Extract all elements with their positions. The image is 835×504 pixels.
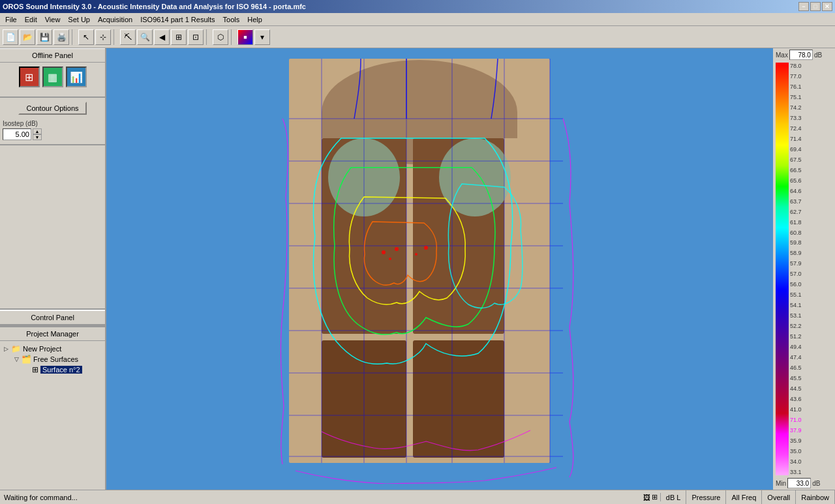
scale-tick-labels: 78.0 77.0 76.1 75.1 74.2 73.3 72.4 71.4 …: [789, 63, 832, 475]
svg-rect-0: [106, 53, 759, 484]
tree-free-surfaces-row: ▽ 🗂️ Free Surfaces ⊞ Surface n°2: [3, 354, 102, 375]
close-button[interactable]: ✕: [822, 2, 832, 11]
icon-display[interactable]: ▦: [42, 67, 63, 87]
menu-edit[interactable]: Edit: [21, 14, 41, 25]
minimize-button[interactable]: −: [798, 2, 809, 11]
tick-780: 78.0: [790, 63, 831, 69]
tick-350: 35.0: [790, 448, 831, 454]
back-button[interactable]: ◀: [154, 29, 170, 45]
isostep-label: Isostep (dB): [3, 119, 102, 128]
tree-surface[interactable]: ⊞ Surface n°2: [23, 364, 102, 375]
tick-637: 63.7: [790, 198, 831, 205]
icon-chart[interactable]: 📊: [66, 67, 87, 87]
select-button[interactable]: ⊹: [95, 29, 111, 45]
isostep-down[interactable]: ▼: [33, 134, 42, 140]
menu-help[interactable]: Help: [243, 14, 266, 25]
expand-new-project: ▷: [3, 346, 9, 352]
project-manager-section: Project Manager ▷ 📁 New Project ▽ 🗂️ Fre…: [0, 326, 105, 490]
tick-560: 56.0: [790, 281, 831, 288]
fit-button[interactable]: ⊡: [188, 29, 204, 45]
tree-free-surfaces[interactable]: ▽ 🗂️ Free Surfaces: [13, 354, 102, 364]
icon-grid[interactable]: ⊞: [19, 67, 40, 87]
status-icons: 🖼 ⊞: [641, 493, 661, 501]
status-mode1: dB L: [661, 490, 687, 504]
tick-656: 65.6: [790, 177, 831, 184]
cursor-button[interactable]: ↖: [78, 29, 94, 45]
isostep-spinner-buttons: ▲ ▼: [33, 128, 42, 140]
color-dropdown[interactable]: ▾: [254, 29, 270, 45]
status-mode3: All Freq: [726, 490, 762, 504]
toolbar: 📄 📂 💾 🖨️ ↖ ⊹ ⛏ 🔍 ◀ ⊞ ⊡ ⬡ ■ ▾: [0, 26, 835, 48]
contour-options-button[interactable]: Contour Options: [18, 102, 86, 115]
menu-file[interactable]: File: [1, 14, 21, 25]
isostep-input[interactable]: [3, 128, 31, 140]
tick-714: 71.4: [790, 136, 831, 142]
offline-panel-header: Offline Panel: [0, 48, 105, 63]
tick-694: 69.4: [790, 146, 831, 153]
svg-rect-1: [289, 59, 550, 463]
tick-646: 64.6: [790, 188, 831, 194]
print-button[interactable]: 🖨️: [53, 29, 69, 45]
tick-742: 74.2: [790, 104, 831, 111]
menu-setup[interactable]: Set Up: [64, 14, 94, 25]
svg-point-29: [424, 246, 428, 250]
max-unit: dB: [814, 52, 822, 59]
surface-label: Surface n°2: [40, 366, 82, 374]
tick-455: 45.5: [790, 375, 831, 381]
tick-724: 72.4: [790, 125, 831, 132]
menu-tools[interactable]: Tools: [219, 14, 244, 25]
grid-button[interactable]: ⊞: [171, 29, 187, 45]
svg-rect-3: [322, 112, 517, 138]
title-text: OROS Sound Intensity 3.0 - Acoustic Inte…: [3, 3, 306, 10]
tick-598: 59.8: [790, 239, 831, 246]
menu-bar: File Edit View Set Up Acquisition ISO961…: [0, 13, 835, 26]
tick-589: 58.9: [790, 250, 831, 256]
tick-379: 37.9: [790, 427, 831, 434]
tree-new-project[interactable]: ▷ 📁 New Project: [3, 344, 102, 354]
contour-section: Contour Options Isostep (dB) ▲ ▼: [0, 98, 105, 145]
tick-541: 54.1: [790, 302, 831, 308]
tick-751: 75.1: [790, 94, 831, 100]
new-project-icon: 📁: [11, 344, 21, 353]
tick-770: 77.0: [790, 73, 831, 80]
toolbar-sep3: [206, 29, 210, 45]
svg-point-27: [395, 247, 399, 251]
tick-675: 67.5: [790, 156, 831, 163]
title-bar-buttons: − □ ✕: [798, 2, 832, 11]
title-bar: OROS Sound Intensity 3.0 - Acoustic Inte…: [0, 0, 835, 13]
visualization-svg: [106, 53, 759, 484]
menu-view[interactable]: View: [41, 14, 65, 25]
isostep-spinner: ▲ ▼: [3, 128, 102, 140]
min-value-input[interactable]: [787, 478, 811, 488]
zoom-button[interactable]: 🔍: [137, 29, 153, 45]
menu-iso9614[interactable]: ISO9614 part 1 Results: [136, 14, 219, 25]
measure-button[interactable]: ⛏: [120, 29, 136, 45]
save-button[interactable]: 💾: [37, 29, 52, 45]
new-button[interactable]: 📄: [3, 29, 18, 45]
svg-point-8: [328, 138, 400, 216]
toolbar-sep1: [72, 29, 76, 45]
toolbar-sep2: [114, 29, 117, 45]
color-bar: [776, 63, 789, 475]
color-button[interactable]: ■: [237, 29, 253, 45]
tick-710: 71.0: [790, 417, 831, 423]
tick-436: 43.6: [790, 396, 831, 402]
tree-surface-row: ⊞ Surface n°2: [13, 364, 102, 375]
tick-331: 33.1: [790, 469, 831, 475]
content-area: Max dB 78.0 77.0 76.1 75.1 74.2 73.3 72.…: [106, 48, 835, 490]
svg-point-2: [322, 60, 517, 164]
svg-rect-7: [413, 340, 504, 458]
tick-733: 73.3: [790, 115, 831, 121]
maximize-button[interactable]: □: [810, 2, 821, 11]
status-mode5: Rainbow: [796, 490, 835, 504]
surface-icon: ⊞: [32, 365, 38, 374]
scale-min-row: Min dB: [773, 477, 835, 490]
shape-button[interactable]: ⬡: [213, 29, 228, 45]
tick-474: 47.4: [790, 354, 831, 361]
project-manager-header: Project Manager: [0, 327, 105, 341]
open-button[interactable]: 📂: [20, 29, 35, 45]
isostep-up[interactable]: ▲: [33, 128, 42, 134]
menu-acquisition[interactable]: Acquisition: [94, 14, 136, 25]
max-value-input[interactable]: [789, 50, 813, 60]
control-panel-section: Control Panel: [0, 308, 105, 326]
